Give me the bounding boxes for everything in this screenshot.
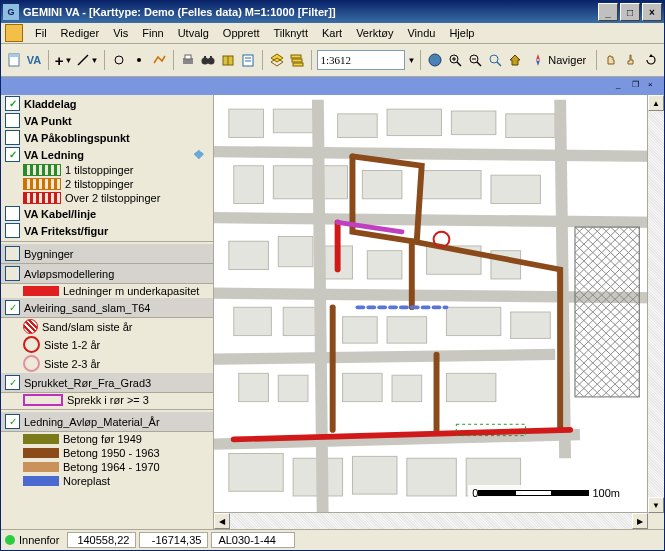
svg-rect-61 (343, 373, 383, 401)
zoom-extent-icon[interactable] (486, 48, 504, 72)
menu-fil[interactable]: Fil (29, 25, 53, 41)
svg-marker-32 (536, 54, 540, 60)
mdi-minimize-button[interactable]: _ (616, 80, 630, 92)
polyline-tool-icon[interactable] (150, 48, 168, 72)
svg-rect-60 (278, 375, 308, 401)
book-icon[interactable] (219, 48, 237, 72)
checkbox-icon[interactable]: ✓ (5, 96, 20, 111)
line-tool-icon[interactable]: ▼ (75, 48, 99, 72)
layers-icon[interactable] (268, 48, 286, 72)
status-coord-x: 140558,22 (67, 532, 136, 548)
menu-tilknytt[interactable]: Tilknytt (268, 25, 314, 41)
point-tool-icon[interactable] (130, 48, 148, 72)
swatch-icon (23, 462, 59, 472)
layer-va-kabel[interactable]: VA Kabel/linje (1, 205, 213, 222)
hand-point-icon[interactable] (622, 48, 640, 72)
toolbar: VA +▼ ▼ ▼ Naviger (1, 44, 664, 77)
close-button[interactable]: × (642, 3, 662, 21)
checkbox-icon[interactable]: ✓ (5, 147, 20, 162)
svg-rect-64 (229, 454, 283, 492)
svg-line-30 (497, 62, 501, 66)
layer-stack-icon[interactable] (288, 48, 306, 72)
checkbox-icon[interactable] (5, 223, 20, 238)
layer-va-punkt[interactable]: VA Punkt (1, 112, 213, 129)
svg-rect-67 (407, 458, 456, 496)
svg-rect-41 (234, 166, 264, 204)
scroll-right-icon[interactable]: ▶ (632, 513, 648, 529)
menu-vindu[interactable]: Vindu (401, 25, 441, 41)
rotate-icon[interactable] (642, 48, 660, 72)
layer-panel[interactable]: ✓Kladdelag VA Punkt VA Påkoblingspunkt ✓… (1, 95, 214, 529)
svg-rect-6 (185, 55, 191, 59)
horizontal-scrollbar[interactable]: ◀ ▶ (214, 512, 648, 529)
binoculars-icon[interactable] (199, 48, 217, 72)
link-icon[interactable]: ❖ (193, 147, 205, 162)
scale-bar: 0 100m (468, 485, 624, 501)
checkbox-icon[interactable]: ✓ (5, 414, 20, 429)
menu-finn[interactable]: Finn (136, 25, 169, 41)
layer-ledning-avlop-material[interactable]: ✓Ledning_Avløp_Material_År (1, 412, 213, 432)
vertical-scrollbar[interactable]: ▲ ▼ (647, 95, 664, 513)
mdi-close-button[interactable]: × (648, 80, 662, 92)
app-menu-icon[interactable] (5, 24, 23, 42)
checkbox-icon[interactable] (5, 266, 20, 281)
svg-rect-44 (362, 170, 402, 198)
svg-rect-53 (234, 307, 272, 335)
globe-icon[interactable] (426, 48, 444, 72)
menu-vis[interactable]: Vis (107, 25, 134, 41)
svg-line-123 (628, 387, 639, 397)
checkbox-icon[interactable] (5, 246, 20, 261)
menu-verktoy[interactable]: Verktøy (350, 25, 399, 41)
scroll-up-icon[interactable]: ▲ (648, 95, 664, 111)
minimize-button[interactable]: _ (598, 3, 618, 21)
map-canvas[interactable]: 0 100m ▲ ▼ ◀ ▶ (214, 95, 664, 529)
mdi-restore-button[interactable]: ❐ (632, 80, 646, 92)
home-icon[interactable] (506, 48, 524, 72)
svg-rect-40 (506, 114, 555, 138)
scale-dropdown-icon[interactable]: ▼ (408, 56, 416, 65)
scroll-left-icon[interactable]: ◀ (214, 513, 230, 529)
menu-rediger[interactable]: Rediger (55, 25, 106, 41)
navigate-button[interactable]: Naviger (526, 48, 591, 72)
checkbox-icon[interactable]: ✓ (5, 300, 20, 315)
svg-rect-54 (283, 307, 318, 335)
checkbox-icon[interactable]: ✓ (5, 375, 20, 390)
legend-betong-1950-1963: Betong 1950 - 1963 (1, 446, 213, 460)
layer-sprukket[interactable]: ✓Sprukket_Rør_Fra_Grad3 (1, 373, 213, 393)
layer-kladdelag[interactable]: ✓Kladdelag (1, 95, 213, 112)
status-led-icon (5, 535, 15, 545)
add-tool-icon[interactable]: +▼ (54, 48, 74, 72)
menu-kart[interactable]: Kart (316, 25, 348, 41)
layer-va-fritekst[interactable]: VA Fritekst/figur (1, 222, 213, 239)
catalog-icon[interactable] (239, 48, 257, 72)
layer-va-ledning[interactable]: ✓VA Ledning❖ (1, 146, 213, 163)
print-icon[interactable] (179, 48, 197, 72)
menu-utvalg[interactable]: Utvalg (172, 25, 215, 41)
swatch-icon (23, 319, 38, 334)
new-doc-icon[interactable] (5, 48, 23, 72)
svg-rect-19 (292, 59, 302, 62)
checkbox-icon[interactable] (5, 113, 20, 128)
zoom-in-icon[interactable] (446, 48, 464, 72)
checkbox-icon[interactable] (5, 206, 20, 221)
circle-tool-icon[interactable] (110, 48, 128, 72)
svg-rect-35 (229, 109, 264, 137)
layer-avleiring[interactable]: ✓Avleiring_sand_slam_T64 (1, 298, 213, 318)
checkbox-icon[interactable] (5, 130, 20, 145)
swatch-icon (23, 178, 61, 190)
layer-avlopsmodellering[interactable]: Avløpsmodellering (1, 264, 213, 284)
scale-input[interactable] (317, 50, 405, 70)
zoom-out-icon[interactable] (466, 48, 484, 72)
app-window: G GEMINI VA - [Karttype: Demo (Felles da… (0, 0, 665, 551)
scroll-down-icon[interactable]: ▼ (648, 497, 664, 513)
hand-grab-icon[interactable] (602, 48, 620, 72)
maximize-button[interactable]: □ (620, 3, 640, 21)
legend-2-tilstoppinger: 2 tilstoppinger (1, 177, 213, 191)
svg-rect-69 (575, 227, 639, 397)
va-tool-icon[interactable]: VA (25, 48, 43, 72)
layer-va-pakoblingspunkt[interactable]: VA Påkoblingspunkt (1, 129, 213, 146)
menu-hjelp[interactable]: Hjelp (443, 25, 480, 41)
menu-opprett[interactable]: Opprett (217, 25, 266, 41)
mdi-titlebar: _ ❐ × (1, 77, 664, 95)
layer-bygninger[interactable]: Bygninger (1, 244, 213, 264)
